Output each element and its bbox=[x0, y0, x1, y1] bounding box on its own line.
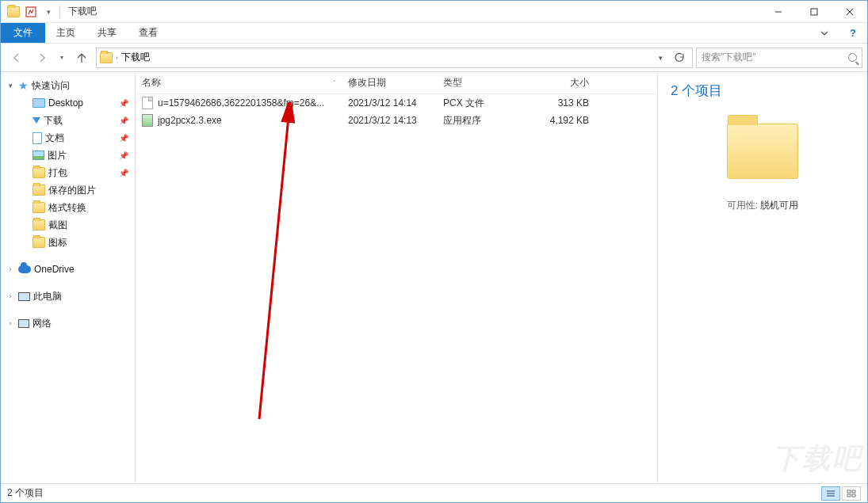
ribbon-tab-home[interactable]: 主页 bbox=[45, 23, 86, 43]
close-button[interactable] bbox=[832, 1, 867, 23]
pin-icon: 📌 bbox=[119, 99, 128, 108]
sidebar-item-label: 下载 bbox=[44, 114, 63, 128]
qat-dropdown-icon[interactable]: ▾ bbox=[40, 4, 56, 20]
svg-rect-9 bbox=[852, 490, 855, 493]
svg-rect-8 bbox=[847, 490, 851, 493]
tree-label: 网络 bbox=[33, 317, 52, 330]
maximize-button[interactable] bbox=[796, 1, 832, 23]
folder-icon[interactable] bbox=[6, 4, 21, 20]
window-title: 下载吧 bbox=[68, 5, 97, 18]
column-date[interactable]: 修改日期 bbox=[342, 72, 437, 93]
cloud-icon bbox=[18, 265, 31, 273]
tree-label: 快速访问 bbox=[32, 79, 70, 93]
pin-icon: 📌 bbox=[119, 116, 128, 125]
sidebar-item-label: 格式转换 bbox=[48, 201, 86, 215]
folder-icon bbox=[33, 167, 45, 178]
status-bar: 2 个项目 bbox=[1, 483, 867, 502]
titlebar-left: ▾ 下载吧 bbox=[1, 4, 760, 20]
ribbon-expand-icon[interactable] bbox=[810, 23, 839, 43]
navigation-pane[interactable]: ▾ ★ 快速访问 Desktop📌下载📌文档📌图片📌打包📌保存的图片格式转换截图… bbox=[1, 72, 136, 483]
sidebar-item-label: 图标 bbox=[48, 236, 67, 250]
tree-network[interactable]: › 网络 bbox=[1, 314, 135, 332]
status-text: 2 个项目 bbox=[7, 486, 44, 500]
chevron-right-icon[interactable]: › bbox=[6, 265, 15, 273]
tree-this-pc[interactable]: › 此电脑 bbox=[1, 288, 135, 305]
nav-back-button[interactable] bbox=[6, 47, 28, 69]
ribbon-tab-share[interactable]: 共享 bbox=[86, 23, 128, 43]
chevron-right-icon[interactable]: › bbox=[6, 292, 15, 300]
file-name: u=1579462686,3622201358&fm=26&... bbox=[158, 97, 324, 109]
sidebar-item[interactable]: 文档📌 bbox=[1, 129, 135, 147]
sidebar-item[interactable]: 截图 bbox=[1, 216, 135, 234]
search-input[interactable]: 搜索"下载吧" bbox=[696, 48, 862, 68]
qat-properties-icon[interactable] bbox=[23, 4, 39, 20]
sidebar-item-label: 文档 bbox=[45, 131, 64, 145]
sidebar-item[interactable]: 格式转换 bbox=[1, 199, 135, 216]
nav-forward-button[interactable] bbox=[31, 47, 53, 69]
pic-icon bbox=[33, 151, 44, 160]
tree-label: 此电脑 bbox=[33, 290, 62, 303]
file-icon bbox=[142, 114, 153, 127]
chevron-right-icon[interactable]: › bbox=[6, 319, 15, 327]
main-area: ▾ ★ 快速访问 Desktop📌下载📌文档📌图片📌打包📌保存的图片格式转换截图… bbox=[1, 72, 867, 483]
pin-icon: 📌 bbox=[119, 134, 128, 143]
sidebar-item[interactable]: 下载📌 bbox=[1, 112, 135, 129]
view-large-icons-button[interactable] bbox=[842, 486, 861, 501]
sidebar-item[interactable]: Desktop📌 bbox=[1, 94, 135, 112]
refresh-button[interactable] bbox=[670, 48, 689, 67]
column-size[interactable]: 大小 bbox=[532, 72, 595, 93]
column-name[interactable]: 名称 ˇ bbox=[136, 72, 342, 93]
file-date: 2021/3/12 14:13 bbox=[342, 115, 437, 126]
file-row[interactable]: jpg2pcx2.3.exe2021/3/12 14:13应用程序4,192 K… bbox=[136, 112, 657, 129]
file-row[interactable]: u=1579462686,3622201358&fm=26&...2021/3/… bbox=[136, 94, 657, 112]
chevron-down-icon[interactable]: ▾ bbox=[6, 82, 15, 90]
folder-icon bbox=[33, 219, 45, 231]
sidebar-item-label: 图片 bbox=[48, 149, 67, 162]
tree-label: OneDrive bbox=[34, 264, 75, 275]
ribbon-tab-view[interactable]: 查看 bbox=[128, 23, 169, 43]
column-type[interactable]: 类型 bbox=[437, 72, 532, 93]
folder-icon bbox=[33, 237, 45, 248]
sidebar-item[interactable]: 图片📌 bbox=[1, 147, 135, 164]
navbar: ▾ › 下载吧 ▾ 搜索"下载吧" bbox=[1, 44, 867, 72]
sidebar-item[interactable]: 保存的图片 bbox=[1, 181, 135, 199]
nav-up-button[interactable] bbox=[71, 47, 93, 69]
sidebar-item[interactable]: 打包📌 bbox=[1, 164, 135, 181]
property-value: 脱机可用 bbox=[760, 200, 798, 211]
file-type: 应用程序 bbox=[437, 114, 532, 128]
ribbon: 文件 主页 共享 查看 ? bbox=[1, 23, 867, 44]
file-type: PCX 文件 bbox=[437, 97, 532, 110]
column-label: 名称 bbox=[142, 76, 161, 90]
file-list[interactable]: 名称 ˇ 修改日期 类型 大小 u=1579462686,3622201358&… bbox=[136, 72, 657, 483]
svg-rect-10 bbox=[847, 494, 851, 497]
details-title: 2 个项目 bbox=[671, 82, 855, 100]
folder-icon bbox=[33, 202, 45, 213]
star-icon: ★ bbox=[18, 79, 29, 92]
address-dropdown-icon[interactable]: ▾ bbox=[651, 48, 670, 67]
details-pane: 2 个项目 可用性: 脱机可用 bbox=[657, 72, 867, 483]
search-placeholder: 搜索"下载吧" bbox=[702, 51, 843, 64]
tree-quick-access[interactable]: ▾ ★ 快速访问 bbox=[1, 77, 135, 94]
folder-large-icon bbox=[727, 124, 798, 183]
nav-recent-dropdown[interactable]: ▾ bbox=[56, 54, 67, 61]
view-details-button[interactable] bbox=[821, 486, 840, 501]
chevron-right-icon[interactable]: › bbox=[116, 54, 118, 62]
property-key: 可用性: bbox=[727, 200, 758, 211]
address-bar[interactable]: › 下载吧 ▾ bbox=[96, 48, 693, 68]
breadcrumb-item[interactable]: 下载吧 bbox=[121, 51, 150, 64]
network-icon bbox=[18, 319, 29, 328]
file-size: 313 KB bbox=[532, 97, 595, 109]
details-property: 可用性: 脱机可用 bbox=[671, 199, 855, 212]
breadcrumb-label: 下载吧 bbox=[121, 51, 150, 64]
window-controls bbox=[760, 1, 867, 23]
help-icon[interactable]: ? bbox=[839, 23, 867, 43]
ribbon-file-tab[interactable]: 文件 bbox=[1, 23, 45, 43]
file-size: 4,192 KB bbox=[532, 115, 595, 126]
tree-onedrive[interactable]: › OneDrive bbox=[1, 261, 135, 278]
column-headers: 名称 ˇ 修改日期 类型 大小 bbox=[136, 72, 657, 94]
desktop-icon bbox=[33, 98, 45, 108]
download-icon bbox=[33, 117, 40, 124]
sidebar-item[interactable]: 图标 bbox=[1, 234, 135, 251]
minimize-button[interactable] bbox=[760, 1, 796, 23]
pc-icon bbox=[18, 292, 30, 301]
